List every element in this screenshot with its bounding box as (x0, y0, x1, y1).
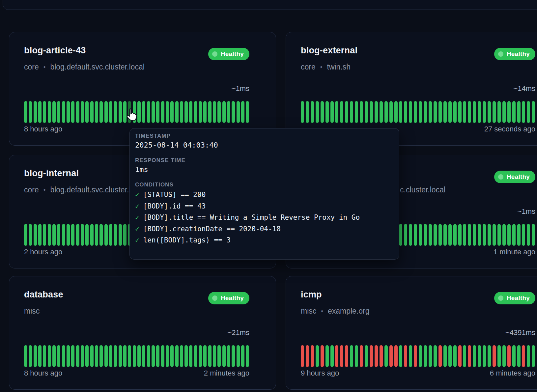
uptime-bar-success[interactable] (67, 224, 70, 246)
uptime-bar-failure[interactable] (404, 345, 407, 367)
uptime-bar-success[interactable] (463, 345, 466, 367)
uptime-bar-success[interactable] (512, 345, 516, 367)
uptime-bar-success[interactable] (52, 101, 56, 123)
uptime-bar-success[interactable] (246, 345, 249, 367)
uptime-bar-success[interactable] (507, 224, 511, 246)
uptime-bar-success[interactable] (365, 345, 368, 367)
uptime-bar-success[interactable] (199, 101, 202, 123)
uptime-bar-success[interactable] (399, 101, 402, 123)
uptime-bar-success[interactable] (473, 101, 476, 123)
uptime-bar-success[interactable] (468, 224, 471, 246)
uptime-bar-success[interactable] (57, 101, 60, 123)
uptime-bar-success[interactable] (48, 224, 51, 246)
uptime-bar-success[interactable] (34, 101, 37, 123)
uptime-bar-success[interactable] (152, 101, 155, 123)
uptime-bar-success[interactable] (527, 345, 530, 367)
uptime-bar-success[interactable] (62, 345, 65, 367)
uptime-bar-success[interactable] (222, 345, 226, 367)
uptime-bar-success[interactable] (38, 224, 42, 246)
uptime-bar-failure[interactable] (522, 345, 525, 367)
uptime-bar-success[interactable] (478, 101, 481, 123)
uptime-bar-success[interactable] (142, 101, 145, 123)
uptime-bar-success[interactable] (29, 101, 32, 123)
uptime-bar-success[interactable] (161, 345, 164, 367)
uptime-bar-success[interactable] (463, 224, 466, 246)
uptime-bar-success[interactable] (453, 224, 457, 246)
uptime-bar-success[interactable] (360, 101, 363, 123)
uptime-bar-success[interactable] (478, 345, 481, 367)
uptime-bar-success[interactable] (483, 224, 486, 246)
uptime-bar-success[interactable] (483, 101, 486, 123)
uptime-bar-success[interactable] (52, 224, 56, 246)
uptime-bar-success[interactable] (419, 101, 422, 123)
uptime-bar-failure[interactable] (458, 345, 462, 367)
uptime-bar-success[interactable] (321, 101, 324, 123)
uptime-bar-success[interactable] (404, 224, 407, 246)
uptime-bar-success[interactable] (175, 345, 179, 367)
uptime-bar-failure[interactable] (345, 345, 348, 367)
uptime-bar-success[interactable] (109, 101, 112, 123)
uptime-bar-success[interactable] (203, 345, 207, 367)
uptime-bar-success[interactable] (497, 224, 501, 246)
uptime-bar-success[interactable] (194, 345, 197, 367)
uptime-bar-success[interactable] (114, 101, 117, 123)
uptime-bar-failure[interactable] (438, 345, 442, 367)
uptime-bar-failure[interactable] (375, 345, 378, 367)
endpoint-card[interactable]: database misc Healthy ~21ms 8 hours ago … (9, 276, 276, 390)
uptime-bar-success[interactable] (213, 101, 216, 123)
uptime-bar-success[interactable] (232, 345, 235, 367)
uptime-bar-success[interactable] (166, 345, 169, 367)
uptime-bar-success[interactable] (152, 345, 155, 367)
uptime-bar-success[interactable] (217, 345, 221, 367)
uptime-bar-success[interactable] (522, 101, 525, 123)
uptime-bar-success[interactable] (434, 224, 437, 246)
uptime-bar-success[interactable] (67, 101, 70, 123)
uptime-bar-success[interactable] (493, 101, 496, 123)
uptime-bar-success[interactable] (81, 101, 84, 123)
uptime-bar-success[interactable] (71, 345, 74, 367)
uptime-bar-success[interactable] (119, 224, 122, 246)
uptime-bar-success[interactable] (409, 101, 412, 123)
uptime-bar-success[interactable] (133, 345, 136, 367)
uptime-bar-success[interactable] (104, 101, 108, 123)
uptime-bar-success[interactable] (443, 224, 447, 246)
uptime-bar-failure[interactable] (301, 345, 304, 367)
uptime-bar-success[interactable] (76, 101, 79, 123)
uptime-bar-success[interactable] (448, 224, 452, 246)
uptime-bar-success[interactable] (189, 101, 192, 123)
uptime-bar-success[interactable] (76, 224, 79, 246)
uptime-bar-failure[interactable] (306, 345, 309, 367)
uptime-bar-success[interactable] (156, 101, 159, 123)
uptime-bar-success[interactable] (227, 101, 230, 123)
uptime-bar-success[interactable] (384, 101, 388, 123)
uptime-bar-success[interactable] (330, 345, 334, 367)
uptime-bar-success[interactable] (217, 101, 221, 123)
uptime-bar-success[interactable] (419, 345, 422, 367)
uptime-bar-success[interactable] (409, 345, 412, 367)
uptime-bar-success[interactable] (429, 224, 432, 246)
uptime-bar-success[interactable] (527, 101, 530, 123)
uptime-bar-success[interactable] (95, 345, 98, 367)
uptime-bar-success[interactable] (119, 345, 122, 367)
uptime-bar-success[interactable] (24, 345, 27, 367)
uptime-bar-success[interactable] (532, 224, 535, 246)
endpoint-card[interactable]: icmp misc•example.org Healthy ~4391ms 9 … (286, 276, 537, 390)
uptime-bar-success[interactable] (227, 345, 230, 367)
uptime-bar-success[interactable] (517, 101, 521, 123)
uptime-bar-success[interactable] (463, 101, 466, 123)
uptime-bar-success[interactable] (184, 345, 188, 367)
uptime-bar-success[interactable] (389, 101, 393, 123)
uptime-bar-failure[interactable] (380, 345, 383, 367)
uptime-bar-success[interactable] (414, 224, 417, 246)
uptime-bar-success[interactable] (488, 345, 491, 367)
uptime-bar-success[interactable] (34, 345, 37, 367)
uptime-bar-failure[interactable] (394, 345, 398, 367)
uptime-bar-success[interactable] (497, 345, 501, 367)
uptime-bar-success[interactable] (488, 224, 491, 246)
uptime-bar-failure[interactable] (321, 345, 324, 367)
uptime-bar-success[interactable] (99, 224, 103, 246)
uptime-bar-success[interactable] (502, 224, 506, 246)
uptime-bar-success[interactable] (453, 345, 457, 367)
uptime-bar-success[interactable] (517, 345, 521, 367)
uptime-bar-success[interactable] (325, 345, 329, 367)
